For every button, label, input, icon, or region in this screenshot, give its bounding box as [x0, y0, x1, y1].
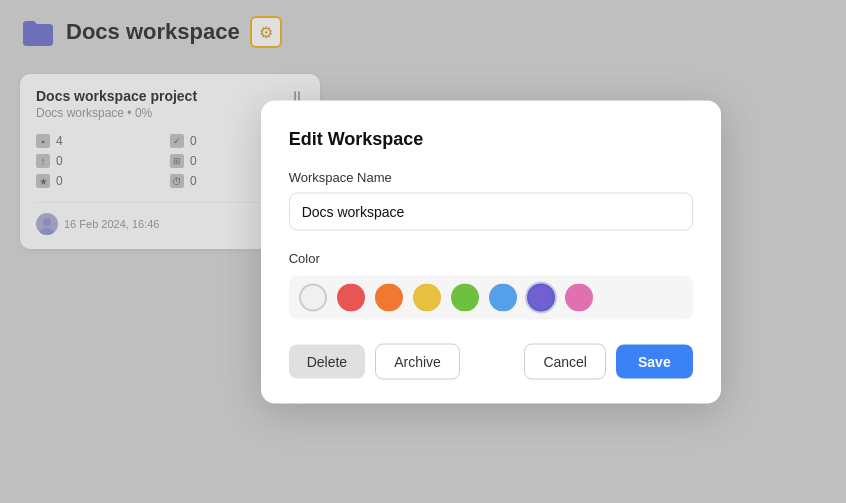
color-pink[interactable]: [565, 283, 593, 311]
color-picker: [289, 275, 693, 319]
color-purple[interactable]: [527, 283, 555, 311]
cancel-button[interactable]: Cancel: [524, 343, 606, 379]
color-white[interactable]: [299, 283, 327, 311]
delete-button[interactable]: Delete: [289, 344, 365, 378]
color-red[interactable]: [337, 283, 365, 311]
edit-workspace-modal: Edit Workspace Workspace Name Color Dele…: [261, 100, 721, 403]
color-blue[interactable]: [489, 283, 517, 311]
modal-title: Edit Workspace: [289, 128, 693, 149]
workspace-name-label: Workspace Name: [289, 169, 693, 184]
color-green[interactable]: [451, 283, 479, 311]
save-button[interactable]: Save: [616, 344, 693, 378]
workspace-name-input[interactable]: [289, 192, 693, 230]
color-yellow[interactable]: [413, 283, 441, 311]
modal-actions: Delete Archive Cancel Save: [289, 343, 693, 379]
color-orange[interactable]: [375, 283, 403, 311]
archive-button[interactable]: Archive: [375, 343, 460, 379]
color-label: Color: [289, 250, 693, 265]
